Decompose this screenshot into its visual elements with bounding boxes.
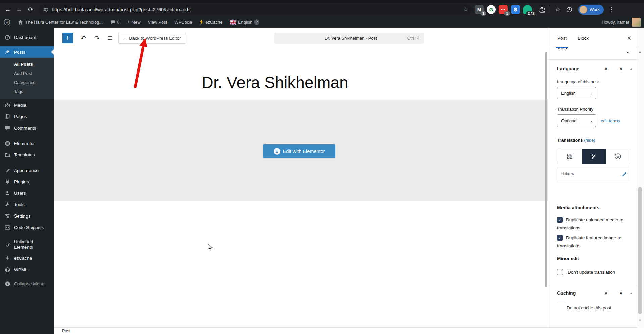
monica-extension-icon[interactable]: M 1: [475, 5, 484, 14]
back-to-wordpress-editor-button[interactable]: ← Back to WordPress Editor: [118, 33, 186, 44]
no-cache-label: Do not cache this post: [548, 304, 637, 312]
url-text[interactable]: https://hclt.haifa.ac.il/wp-admin/post.p…: [52, 7, 463, 12]
browser-forward-button[interactable]: →: [13, 4, 25, 15]
sidebar-item-templates[interactable]: Templates: [0, 149, 54, 160]
panel-scrollbar[interactable]: ▲ ▼: [637, 28, 644, 327]
language-select[interactable]: English ⌄: [557, 87, 596, 99]
wpcode-menu[interactable]: WPCode: [171, 16, 196, 28]
new-content-menu[interactable]: + New: [123, 16, 144, 28]
undo-button[interactable]: ↶: [78, 33, 89, 43]
sidebar-item-settings[interactable]: Settings: [0, 210, 54, 222]
checkbox-empty-icon[interactable]: [557, 269, 563, 275]
editor-toolbar: + ↶ ↷ ← Back to WordPress Editor Dr. Ver…: [54, 28, 548, 48]
history-icon[interactable]: [564, 4, 575, 15]
duplicate-media-option[interactable]: Duplicate uploaded media to translations: [548, 216, 637, 232]
profile-label: Work: [590, 7, 600, 12]
sidebar-item-wpml[interactable]: WPML: [0, 264, 54, 275]
sidebar-item-label: Tools: [14, 202, 25, 207]
cache-checkbox-dash[interactable]: [558, 301, 564, 301]
tags-panel-row-clipped[interactable]: Tags ⌄: [548, 48, 637, 56]
sidebar-item-ezcache[interactable]: ezCache: [0, 252, 54, 264]
duplicate-featured-option[interactable]: Duplicate featured image to translations: [548, 234, 637, 250]
settings-extension-icon[interactable]: ⚙: [511, 5, 520, 14]
grid-view-button[interactable]: [557, 149, 582, 164]
breadcrumb[interactable]: Post: [54, 329, 70, 333]
adblock-extension-icon[interactable]: ••• 1: [499, 5, 508, 14]
unlimited-elements-icon: [4, 242, 11, 247]
dont-update-option[interactable]: Don't update translation: [548, 268, 637, 276]
collapse-triangle-icon[interactable]: ▲: [630, 67, 633, 70]
sidebar-item-posts[interactable]: Posts: [0, 46, 54, 58]
sidebar-item-dashboard[interactable]: Dashboard: [0, 32, 54, 43]
sidebar-item-plugins[interactable]: Plugins: [0, 176, 54, 187]
tab-block[interactable]: Block: [576, 28, 590, 48]
sidebar-item-code-snippets[interactable]: Code Snippets: [0, 222, 54, 233]
move-up-icon[interactable]: ∧: [599, 290, 613, 296]
edit-with-elementor-button[interactable]: E Edit with Elementor: [263, 144, 335, 158]
sidebar-item-media[interactable]: Media: [0, 99, 54, 111]
sidebar-item-users[interactable]: Users: [0, 187, 54, 199]
settings-sidebar: Post Block ✕ Tags ⌄ Language ∧ ∨ ▲ Langu…: [548, 28, 637, 327]
chevron-down-icon: ⌄: [590, 118, 593, 123]
price-tracker-extension-icon[interactable]: 2.42: [523, 5, 532, 14]
address-bar[interactable]: https://hclt.haifa.ac.il/wp-admin/post.p…: [39, 4, 472, 15]
priority-select[interactable]: Optional ⌄: [557, 114, 596, 127]
ezcache-menu[interactable]: ezCache: [196, 16, 226, 28]
site-menu[interactable]: The Haifa Center for Law & Technolog...: [14, 16, 106, 28]
comments-menu[interactable]: 0: [106, 16, 123, 28]
edit-translation-pencil-icon[interactable]: [621, 171, 627, 176]
submenu-item-all-posts[interactable]: All Posts: [0, 60, 54, 69]
redo-button[interactable]: ↷: [92, 33, 102, 43]
post-title[interactable]: Dr. Vera Shikhelman: [54, 73, 496, 92]
tab-post[interactable]: Post: [556, 28, 568, 48]
sidebar-item-comments[interactable]: Comments: [0, 122, 54, 134]
edit-terms-link[interactable]: edit terms: [601, 118, 620, 123]
edit-with-elementor-label: Edit with Elementor: [283, 149, 325, 154]
close-settings-icon[interactable]: ✕: [625, 34, 633, 42]
account-menu[interactable]: Howdy, itamar: [602, 18, 644, 27]
checkbox-checked-icon[interactable]: [557, 235, 563, 241]
wp-admin-sidebar: Dashboard Posts All Posts Add Post Categ…: [0, 28, 54, 334]
submenu-item-tags[interactable]: Tags: [0, 87, 54, 96]
wordpress-view-button[interactable]: W: [606, 149, 630, 164]
bookmark-star-icon[interactable]: ☆: [463, 6, 468, 13]
sidebar-item-elementor[interactable]: Elementor: [0, 138, 54, 149]
translation-language-row[interactable]: Hebrew: [557, 167, 630, 180]
bookmarks-sparkle-icon[interactable]: ✩: [552, 4, 564, 15]
collapse-triangle-icon[interactable]: ▲: [630, 291, 633, 295]
language-menu[interactable]: English ?: [226, 16, 263, 28]
extension-badge: 1: [481, 11, 486, 16]
sidebar-item-collapse-menu[interactable]: Collapse Menu: [0, 278, 54, 289]
sidebar-item-appearance[interactable]: Appearance: [0, 164, 54, 176]
sidebar-item-tools[interactable]: Tools: [0, 199, 54, 210]
site-settings-icon[interactable]: [43, 7, 48, 12]
scrollbar-thumb[interactable]: [638, 187, 642, 314]
grammarly-extension-icon[interactable]: G: [487, 5, 496, 14]
document-command-bar[interactable]: Dr. Vera Shikhelman · Post Ctrl+K: [274, 33, 424, 44]
sliders-icon: [4, 213, 11, 219]
wrench-icon: [4, 202, 11, 207]
block-inserter-button[interactable]: +: [62, 33, 73, 43]
edit-translations-button[interactable]: [582, 149, 606, 164]
extensions-puzzle-icon[interactable]: [537, 5, 546, 14]
translations-hide-link[interactable]: (hide): [584, 138, 595, 143]
checkbox-checked-icon[interactable]: [557, 217, 563, 223]
sidebar-item-pages[interactable]: Pages: [0, 111, 54, 122]
browser-back-button[interactable]: ←: [2, 4, 13, 15]
move-down-icon[interactable]: ∨: [613, 66, 628, 72]
list-view-button[interactable]: [105, 33, 116, 43]
sidebar-item-unlimited-elements[interactable]: Unlimited Elements: [0, 237, 54, 252]
browser-reload-button[interactable]: ⟳: [25, 4, 36, 15]
browser-profile-chip[interactable]: Work: [578, 5, 604, 15]
browser-menu-kebab-icon[interactable]: ⋮: [606, 4, 617, 15]
move-down-icon[interactable]: ∨: [613, 290, 628, 296]
scroll-down-icon[interactable]: ▼: [638, 319, 642, 322]
wp-logo-menu[interactable]: W: [0, 16, 14, 28]
posts-submenu: All Posts Add Post Categories Tags: [0, 58, 54, 99]
canvas-scrollbar[interactable]: [545, 52, 547, 287]
view-post-link[interactable]: View Post: [144, 16, 171, 28]
submenu-item-add-post[interactable]: Add Post: [0, 69, 54, 78]
scroll-up-icon[interactable]: ▲: [638, 50, 642, 53]
move-up-icon[interactable]: ∧: [599, 66, 613, 72]
submenu-item-categories[interactable]: Categories: [0, 78, 54, 87]
